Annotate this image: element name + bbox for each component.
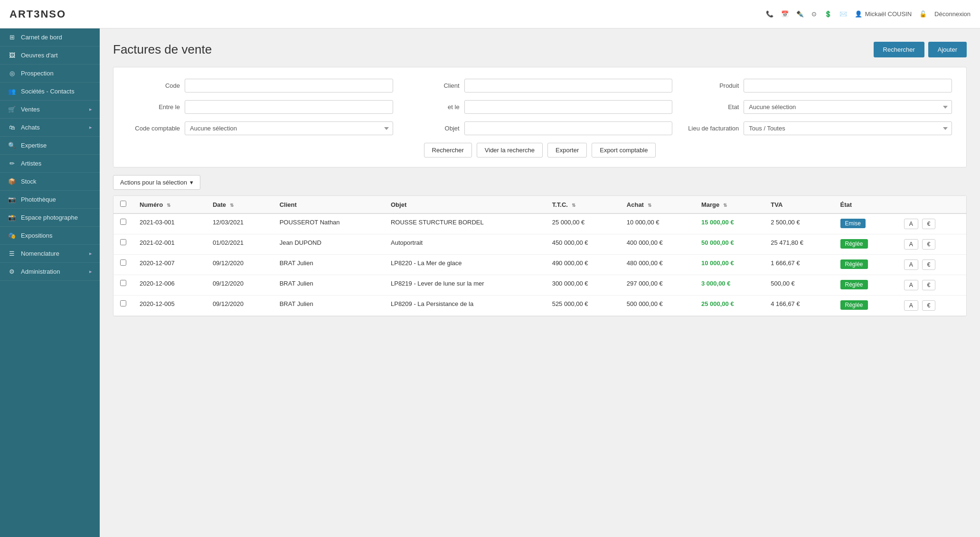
btn-a-2[interactable]: A bbox=[904, 259, 918, 270]
sidebar-label-administration: Administration bbox=[21, 268, 60, 275]
row-checkbox-3[interactable] bbox=[120, 280, 126, 286]
circle-icon[interactable]: ⊙ bbox=[811, 10, 817, 18]
row-date-3: 09/12/2020 bbox=[206, 275, 273, 296]
sidebar-item-achats[interactable]: 🛍 Achats ▸ bbox=[0, 119, 100, 137]
sidebar-icon-expertise: 🔍 bbox=[8, 142, 16, 149]
row-checkbox-1[interactable] bbox=[120, 239, 126, 245]
calendar-icon[interactable]: 📅 bbox=[781, 10, 789, 18]
dollar-icon[interactable]: 💲 bbox=[824, 10, 832, 18]
feather-icon[interactable]: ✒️ bbox=[796, 10, 804, 18]
phone-icon[interactable]: 📞 bbox=[766, 10, 773, 18]
btn-a-0[interactable]: A bbox=[904, 219, 918, 229]
row-date-0: 12/03/2021 bbox=[206, 213, 273, 234]
sidebar-label-espace-photographe: Espace photographe bbox=[21, 214, 78, 221]
col-header-marge[interactable]: Marge ⇅ bbox=[695, 196, 764, 213]
etat-label: Etat bbox=[687, 103, 739, 111]
row-achat-1: 400 000,00 € bbox=[620, 234, 695, 255]
client-label: Client bbox=[407, 82, 460, 89]
btn-a-3[interactable]: A bbox=[904, 280, 918, 290]
row-tva-2: 1 666,67 € bbox=[764, 255, 833, 275]
code-comptable-select[interactable]: Aucune sélection bbox=[185, 121, 393, 135]
ajouter-button[interactable]: Ajouter bbox=[928, 42, 967, 57]
sidebar-item-societes-contacts[interactable]: 👥 Sociétés - Contacts bbox=[0, 83, 100, 101]
sidebar-item-left: 📷 Photothèque bbox=[8, 196, 56, 203]
sidebar-item-administration[interactable]: ⚙ Administration ▸ bbox=[0, 263, 100, 281]
row-checkbox-0[interactable] bbox=[120, 219, 126, 225]
sidebar-label-oeuvres-dart: Oeuvres d'art bbox=[21, 52, 58, 59]
sidebar-label-prospection: Prospection bbox=[21, 70, 54, 77]
col-header-numero[interactable]: Numéro ⇅ bbox=[133, 196, 206, 213]
row-tva-4: 4 166,67 € bbox=[764, 296, 833, 316]
etat-select[interactable]: Aucune sélection bbox=[744, 100, 952, 114]
row-tva-1: 25 471,80 € bbox=[764, 234, 833, 255]
row-etat-3: Réglée bbox=[834, 275, 895, 296]
row-date-4: 09/12/2020 bbox=[206, 296, 273, 316]
exporter-button[interactable]: Exporter bbox=[547, 143, 587, 157]
sidebar-item-oeuvres-dart[interactable]: 🖼 Oeuvres d'art bbox=[0, 46, 100, 65]
sidebar-label-expositions: Expositions bbox=[21, 232, 52, 239]
row-actions-2: A € bbox=[895, 255, 966, 275]
sidebar-icon-stock: 📦 bbox=[8, 178, 16, 185]
sidebar-item-carnet-de-bord[interactable]: ⊞ Carnet de bord bbox=[0, 28, 100, 46]
sidebar-label-ventes: Ventes bbox=[21, 106, 40, 113]
sidebar-item-left: 🎭 Expositions bbox=[8, 232, 52, 239]
etat-badge-0: Emise bbox=[840, 219, 866, 228]
btn-euro-1[interactable]: € bbox=[922, 239, 936, 250]
sidebar-item-phototheque[interactable]: 📷 Photothèque bbox=[0, 191, 100, 209]
logout-icon[interactable]: 🔓 bbox=[919, 10, 927, 18]
btn-a-4[interactable]: A bbox=[904, 300, 918, 311]
sidebar-item-left: ◎ Prospection bbox=[8, 70, 54, 77]
client-input[interactable] bbox=[464, 79, 673, 93]
lieu-facturation-select[interactable]: Tous / Toutes bbox=[744, 121, 952, 135]
sidebar-item-left: ⊞ Carnet de bord bbox=[8, 34, 62, 41]
entre-le-input[interactable] bbox=[185, 100, 393, 114]
search-rechercher-button[interactable]: Rechercher bbox=[424, 143, 472, 157]
row-marge-0: 15 000,00 € bbox=[695, 213, 764, 234]
dropdown-arrow-icon: ▾ bbox=[190, 179, 193, 186]
sidebar-item-expertise[interactable]: 🔍 Expertise bbox=[0, 137, 100, 155]
code-input[interactable] bbox=[185, 79, 393, 93]
et-le-input[interactable] bbox=[464, 100, 673, 114]
select-all-checkbox[interactable] bbox=[120, 201, 126, 207]
sidebar-item-artistes[interactable]: ✏ Artistes bbox=[0, 155, 100, 173]
sidebar-arrow-achats: ▸ bbox=[89, 124, 92, 130]
row-achat-4: 500 000,00 € bbox=[620, 296, 695, 316]
row-actions-0: A € bbox=[895, 213, 966, 234]
produit-input[interactable] bbox=[744, 79, 952, 93]
btn-euro-2[interactable]: € bbox=[922, 259, 936, 270]
row-checkbox-cell-1 bbox=[113, 234, 133, 255]
col-header-ttc[interactable]: T.T.C. ⇅ bbox=[546, 196, 620, 213]
btn-euro-3[interactable]: € bbox=[922, 280, 936, 290]
sidebar-item-stock[interactable]: 📦 Stock bbox=[0, 173, 100, 191]
row-checkbox-4[interactable] bbox=[120, 300, 126, 306]
header-user[interactable]: 👤 Mickaël COUSIN bbox=[855, 10, 912, 18]
vider-recherche-button[interactable]: Vider la recherche bbox=[477, 143, 543, 157]
action-cell-4: A € bbox=[902, 300, 960, 311]
logout-label[interactable]: Déconnexion bbox=[934, 10, 971, 18]
btn-a-1[interactable]: A bbox=[904, 239, 918, 250]
col-header-achat[interactable]: Achat ⇅ bbox=[620, 196, 695, 213]
et-le-row: et le bbox=[407, 100, 673, 114]
mail-icon[interactable]: ✉️ bbox=[839, 10, 847, 18]
sidebar-item-espace-photographe[interactable]: 📸 Espace photographe bbox=[0, 209, 100, 227]
etat-badge-3: Réglée bbox=[840, 280, 868, 289]
sidebar-item-nomenclature[interactable]: ☰ Nomenclature ▸ bbox=[0, 245, 100, 263]
export-comptable-button[interactable]: Export comptable bbox=[592, 143, 656, 157]
select-all-header bbox=[113, 196, 133, 213]
etat-row: Etat Aucune sélection bbox=[687, 100, 952, 114]
sidebar-item-prospection[interactable]: ◎ Prospection bbox=[0, 65, 100, 83]
main-content: Factures de vente Rechercher Ajouter Cod… bbox=[100, 28, 980, 537]
rechercher-button[interactable]: Rechercher bbox=[874, 42, 924, 57]
sidebar-item-left: ☰ Nomenclature bbox=[8, 250, 59, 257]
sidebar-item-ventes[interactable]: 🛒 Ventes ▸ bbox=[0, 101, 100, 119]
sidebar-item-expositions[interactable]: 🎭 Expositions bbox=[0, 227, 100, 245]
objet-input[interactable] bbox=[464, 121, 673, 135]
page-header-actions: Rechercher Ajouter bbox=[874, 42, 967, 57]
row-date-2: 09/12/2020 bbox=[206, 255, 273, 275]
row-checkbox-2[interactable] bbox=[120, 259, 126, 266]
actions-selection-button[interactable]: Actions pour la sélection ▾ bbox=[113, 175, 200, 190]
action-cell-0: A € bbox=[902, 219, 960, 229]
btn-euro-0[interactable]: € bbox=[922, 219, 936, 229]
col-header-date[interactable]: Date ⇅ bbox=[206, 196, 273, 213]
btn-euro-4[interactable]: € bbox=[922, 300, 936, 311]
